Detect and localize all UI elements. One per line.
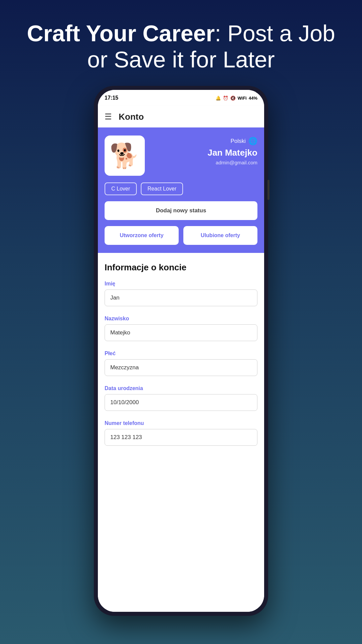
label-nazwisko: Nazwisko: [105, 316, 257, 322]
status-time: 17:15: [105, 95, 118, 101]
profile-email: admin@gmail.com: [150, 160, 257, 165]
field-nazwisko: Nazwisko: [105, 316, 257, 341]
profile-name: Jan Matejko: [150, 148, 257, 158]
side-button: [267, 180, 269, 200]
label-numer-telefonu: Numer telefonu: [105, 420, 257, 426]
mute-icon: 🔇: [230, 96, 236, 101]
tag-react-lover[interactable]: React Lover: [141, 182, 183, 195]
wifi-icon: WiFi: [238, 96, 247, 101]
avatar: 🐕: [105, 136, 145, 176]
label-plec: Płeć: [105, 351, 257, 357]
headline: Craft Your Career: Post a Job or Save it…: [0, 0, 362, 86]
field-data-urodzenia: Data urodzenia: [105, 385, 257, 411]
field-plec: Płeć: [105, 351, 257, 376]
add-status-button[interactable]: Dodaj nowy status: [105, 201, 257, 220]
alarm-icon: ⏰: [223, 96, 228, 101]
phone-frame: 17:15 🔔 ⏰ 🔇 WiFi 44% ☰ Konto 🐕 P: [94, 86, 268, 616]
hamburger-icon[interactable]: ☰: [105, 112, 112, 121]
label-imie: Imię: [105, 281, 257, 287]
status-icons: 🔔 ⏰ 🔇 WiFi 44%: [216, 96, 257, 101]
field-numer-telefonu: Numer telefonu: [105, 420, 257, 446]
tags-row: C Lover React Lover: [105, 182, 257, 195]
field-imie: Imię: [105, 281, 257, 306]
input-plec[interactable]: [105, 359, 257, 376]
tag-c-lover[interactable]: C Lover: [105, 182, 137, 195]
notification-icon: 🔔: [216, 96, 221, 101]
language-label: Polski: [231, 138, 246, 145]
status-bar: 17:15 🔔 ⏰ 🔇 WiFi 44%: [98, 90, 264, 106]
account-section: Informacje o koncie Imię Nazwisko Płeć D…: [98, 253, 264, 612]
headline-bold: Craft Your Career: [27, 20, 215, 46]
page-title: Konto: [119, 112, 144, 122]
top-nav: ☰ Konto: [98, 106, 264, 127]
favorite-offers-button[interactable]: Ulubione oferty: [183, 226, 257, 245]
input-imie[interactable]: [105, 289, 257, 306]
battery-text: 44%: [249, 96, 257, 101]
action-buttons: Utworzone oferty Ulubione oferty: [105, 226, 257, 245]
profile-info: Polski 🌐 Jan Matejko admin@gmail.com: [150, 136, 257, 165]
created-offers-button[interactable]: Utworzone oferty: [105, 226, 179, 245]
account-section-title: Informacje o koncie: [105, 262, 257, 273]
avatar-emoji: 🐕: [110, 142, 140, 170]
input-numer-telefonu[interactable]: [105, 429, 257, 446]
profile-section: 🐕 Polski 🌐 Jan Matejko admin@gmail.com C…: [98, 127, 264, 253]
globe-icon: 🌐: [248, 137, 257, 146]
input-nazwisko[interactable]: [105, 324, 257, 341]
label-data-urodzenia: Data urodzenia: [105, 385, 257, 391]
input-data-urodzenia[interactable]: [105, 394, 257, 411]
